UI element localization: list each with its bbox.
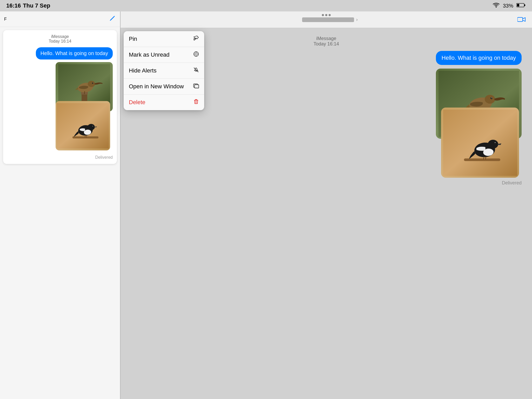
date-display: Thu 7 Sep — [23, 2, 50, 9]
svg-line-20 — [87, 135, 87, 137]
left-panel-title: F — [4, 17, 7, 22]
contact-name-blurred — [302, 17, 354, 22]
svg-point-8 — [88, 81, 95, 87]
time-display: 16:16 — [6, 2, 21, 9]
svg-point-26 — [485, 95, 495, 104]
panel-divider — [120, 11, 121, 399]
svg-point-0 — [496, 6, 497, 8]
drag-indicator — [322, 14, 331, 16]
menu-item-pin[interactable]: Pin — [124, 31, 204, 47]
contact-info: › — [302, 17, 358, 22]
mark-unread-icon — [193, 51, 199, 58]
video-call-button[interactable] — [517, 15, 526, 24]
open-new-window-label: Open in New Window — [129, 83, 184, 90]
svg-point-9 — [92, 82, 94, 84]
menu-item-open-new-window[interactable]: Open in New Window — [124, 79, 204, 95]
message-service: iMessage — [7, 34, 113, 39]
menu-item-mark-unread[interactable]: Mark as Unread — [124, 47, 204, 63]
svg-rect-30 — [443, 110, 517, 176]
left-panel: F iMessage Today 16:14 Hello. What is go… — [0, 11, 120, 399]
delete-label: Delete — [129, 99, 145, 106]
dot-3 — [329, 14, 331, 16]
open-new-window-icon — [193, 83, 199, 90]
context-menu: Pin Mark as Unread Hide Alerts — [124, 31, 204, 110]
chat-bubble: Hello. What is going on today — [36, 47, 113, 59]
status-right: 33% — [493, 3, 526, 9]
svg-rect-46 — [195, 85, 199, 88]
pin-label: Pin — [129, 36, 137, 42]
delivered-status: Delivered — [95, 155, 113, 160]
wifi-icon — [493, 3, 500, 9]
svg-point-10 — [93, 83, 93, 83]
right-bird-image-2 — [441, 108, 519, 178]
message-card[interactable]: iMessage Today 16:14 Hello. What is goin… — [3, 30, 117, 164]
bubble-container: Hello. What is going on today — [7, 47, 113, 160]
menu-item-hide-alerts[interactable]: Hide Alerts — [124, 63, 204, 79]
svg-rect-21 — [517, 17, 523, 22]
battery-percentage: 33% — [503, 3, 513, 9]
status-left: 16:16 Thu 7 Sep — [6, 2, 50, 9]
contact-header[interactable]: › — [302, 17, 358, 22]
message-time: Today 16:14 — [7, 39, 113, 44]
svg-line-11 — [84, 91, 85, 94]
svg-rect-3 — [517, 4, 519, 6]
compose-button[interactable] — [109, 15, 116, 23]
battery-icon — [516, 3, 526, 9]
svg-point-16 — [88, 124, 95, 130]
svg-point-36 — [495, 142, 495, 143]
svg-point-41 — [195, 53, 197, 55]
pin-icon — [193, 35, 199, 43]
delete-icon — [193, 99, 199, 106]
right-delivered-status: Delivered — [502, 180, 522, 186]
dot-2 — [325, 14, 327, 16]
message-card-header: iMessage Today 16:14 — [7, 34, 113, 44]
status-bar: 16:16 Thu 7 Sep 33% — [0, 0, 532, 11]
right-chat-bubble: Hello. What is going on today — [436, 51, 522, 65]
right-bird-images — [431, 69, 522, 178]
dot-1 — [322, 14, 324, 16]
hide-alerts-icon — [193, 67, 199, 74]
bird-images — [45, 62, 113, 150]
hide-alerts-label: Hide Alerts — [129, 67, 156, 74]
svg-rect-13 — [72, 136, 98, 138]
svg-rect-2 — [524, 4, 525, 6]
mark-unread-label: Mark as Unread — [129, 51, 170, 58]
bird-image-2 — [56, 101, 110, 150]
svg-point-27 — [491, 97, 493, 99]
svg-point-34 — [488, 140, 498, 149]
menu-item-delete[interactable]: Delete — [124, 95, 204, 110]
left-panel-header: F — [0, 11, 120, 27]
svg-rect-31 — [464, 158, 500, 161]
chevron-right-icon: › — [356, 17, 358, 22]
svg-point-17 — [92, 125, 93, 127]
svg-point-28 — [491, 97, 492, 98]
svg-point-18 — [92, 126, 93, 126]
